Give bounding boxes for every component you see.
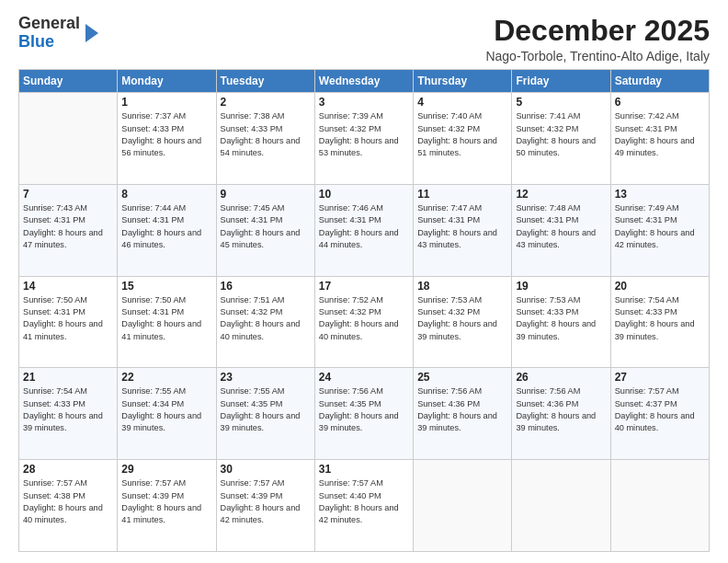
- day-number: 23: [221, 371, 311, 384]
- calendar-table: Sunday Monday Tuesday Wednesday Thursday…: [18, 69, 710, 552]
- day-number: 28: [23, 463, 113, 476]
- table-row: 13 Sunrise: 7:49 AMSunset: 4:31 PMDaylig…: [610, 184, 709, 276]
- col-saturday: Saturday: [610, 70, 709, 93]
- day-info: Sunrise: 7:57 AMSunset: 4:39 PMDaylight:…: [221, 477, 311, 526]
- table-row: 26 Sunrise: 7:56 AMSunset: 4:36 PMDaylig…: [512, 368, 610, 460]
- table-row: 24 Sunrise: 7:56 AMSunset: 4:35 PMDaylig…: [314, 368, 413, 460]
- day-info: Sunrise: 7:57 AMSunset: 4:40 PMDaylight:…: [319, 477, 409, 526]
- day-number: 2: [221, 96, 311, 109]
- table-row: 18 Sunrise: 7:53 AMSunset: 4:32 PMDaylig…: [414, 276, 512, 368]
- day-number: 3: [319, 96, 409, 109]
- col-wednesday: Wednesday: [314, 70, 413, 93]
- table-row: 22 Sunrise: 7:55 AMSunset: 4:34 PMDaylig…: [118, 368, 216, 460]
- col-monday: Monday: [118, 70, 216, 93]
- day-number: 22: [121, 371, 211, 384]
- title-block: December 2025 Nago-Torbole, Trentino-Alt…: [485, 15, 710, 63]
- table-row: 21 Sunrise: 7:54 AMSunset: 4:33 PMDaylig…: [19, 368, 118, 460]
- table-row: [512, 460, 610, 552]
- table-row: 29 Sunrise: 7:57 AMSunset: 4:39 PMDaylig…: [118, 460, 216, 552]
- logo: General Blue: [18, 15, 102, 52]
- day-info: Sunrise: 7:56 AMSunset: 4:35 PMDaylight:…: [319, 385, 409, 434]
- table-row: [610, 460, 709, 552]
- day-info: Sunrise: 7:41 AMSunset: 4:32 PMDaylight:…: [516, 110, 606, 159]
- table-row: 23 Sunrise: 7:55 AMSunset: 4:35 PMDaylig…: [216, 368, 314, 460]
- week-row-1: 1 Sunrise: 7:37 AMSunset: 4:33 PMDayligh…: [19, 93, 710, 185]
- location: Nago-Torbole, Trentino-Alto Adige, Italy: [485, 49, 710, 63]
- day-info: Sunrise: 7:37 AMSunset: 4:33 PMDaylight:…: [121, 110, 211, 159]
- day-info: Sunrise: 7:50 AMSunset: 4:31 PMDaylight:…: [23, 294, 113, 343]
- table-row: 6 Sunrise: 7:42 AMSunset: 4:31 PMDayligh…: [610, 93, 709, 185]
- day-number: 14: [23, 280, 113, 293]
- day-number: 15: [121, 280, 211, 293]
- month-title: December 2025: [485, 15, 710, 47]
- table-row: 27 Sunrise: 7:57 AMSunset: 4:37 PMDaylig…: [610, 368, 709, 460]
- col-sunday: Sunday: [19, 70, 118, 93]
- table-row: 5 Sunrise: 7:41 AMSunset: 4:32 PMDayligh…: [512, 93, 610, 185]
- table-row: 12 Sunrise: 7:48 AMSunset: 4:31 PMDaylig…: [512, 184, 610, 276]
- day-info: Sunrise: 7:57 AMSunset: 4:37 PMDaylight:…: [615, 385, 705, 434]
- table-row: 3 Sunrise: 7:39 AMSunset: 4:32 PMDayligh…: [314, 93, 413, 185]
- day-info: Sunrise: 7:42 AMSunset: 4:31 PMDaylight:…: [615, 110, 705, 159]
- day-info: Sunrise: 7:47 AMSunset: 4:31 PMDaylight:…: [417, 202, 507, 251]
- day-info: Sunrise: 7:49 AMSunset: 4:31 PMDaylight:…: [615, 202, 705, 251]
- day-number: 11: [417, 188, 507, 201]
- week-row-5: 28 Sunrise: 7:57 AMSunset: 4:38 PMDaylig…: [19, 460, 710, 552]
- day-info: Sunrise: 7:51 AMSunset: 4:32 PMDaylight:…: [221, 294, 311, 343]
- day-number: 31: [319, 463, 409, 476]
- table-row: 4 Sunrise: 7:40 AMSunset: 4:32 PMDayligh…: [414, 93, 512, 185]
- day-info: Sunrise: 7:45 AMSunset: 4:31 PMDaylight:…: [221, 202, 311, 251]
- week-row-3: 14 Sunrise: 7:50 AMSunset: 4:31 PMDaylig…: [19, 276, 710, 368]
- table-row: 17 Sunrise: 7:52 AMSunset: 4:32 PMDaylig…: [314, 276, 413, 368]
- day-info: Sunrise: 7:57 AMSunset: 4:38 PMDaylight:…: [23, 477, 113, 526]
- day-number: 13: [615, 188, 705, 201]
- day-number: 16: [221, 280, 311, 293]
- table-row: 2 Sunrise: 7:38 AMSunset: 4:33 PMDayligh…: [216, 93, 314, 185]
- day-info: Sunrise: 7:44 AMSunset: 4:31 PMDaylight:…: [121, 202, 211, 251]
- week-row-4: 21 Sunrise: 7:54 AMSunset: 4:33 PMDaylig…: [19, 368, 710, 460]
- table-row: 19 Sunrise: 7:53 AMSunset: 4:33 PMDaylig…: [512, 276, 610, 368]
- day-number: 26: [516, 371, 606, 384]
- day-number: 6: [615, 96, 705, 109]
- col-tuesday: Tuesday: [216, 70, 314, 93]
- table-row: 20 Sunrise: 7:54 AMSunset: 4:33 PMDaylig…: [610, 276, 709, 368]
- day-number: 10: [319, 188, 409, 201]
- day-info: Sunrise: 7:56 AMSunset: 4:36 PMDaylight:…: [516, 385, 606, 434]
- day-number: 5: [516, 96, 606, 109]
- day-number: 4: [417, 96, 507, 109]
- day-number: 18: [417, 280, 507, 293]
- header-row: Sunday Monday Tuesday Wednesday Thursday…: [19, 70, 710, 93]
- day-info: Sunrise: 7:43 AMSunset: 4:31 PMDaylight:…: [23, 202, 113, 251]
- table-row: 14 Sunrise: 7:50 AMSunset: 4:31 PMDaylig…: [19, 276, 118, 368]
- day-number: 27: [615, 371, 705, 384]
- logo-blue: Blue: [18, 32, 54, 51]
- day-info: Sunrise: 7:46 AMSunset: 4:31 PMDaylight:…: [319, 202, 409, 251]
- day-info: Sunrise: 7:55 AMSunset: 4:34 PMDaylight:…: [121, 385, 211, 434]
- day-number: 19: [516, 280, 606, 293]
- day-info: Sunrise: 7:57 AMSunset: 4:39 PMDaylight:…: [121, 477, 211, 526]
- col-friday: Friday: [512, 70, 610, 93]
- logo-general: General: [18, 14, 80, 32]
- table-row: 31 Sunrise: 7:57 AMSunset: 4:40 PMDaylig…: [314, 460, 413, 552]
- table-row: [414, 460, 512, 552]
- day-info: Sunrise: 7:55 AMSunset: 4:35 PMDaylight:…: [221, 385, 311, 434]
- day-info: Sunrise: 7:54 AMSunset: 4:33 PMDaylight:…: [23, 385, 113, 434]
- day-number: 7: [23, 188, 113, 201]
- table-row: [19, 93, 118, 185]
- day-number: 25: [417, 371, 507, 384]
- table-row: 11 Sunrise: 7:47 AMSunset: 4:31 PMDaylig…: [414, 184, 512, 276]
- day-number: 17: [319, 280, 409, 293]
- day-info: Sunrise: 7:52 AMSunset: 4:32 PMDaylight:…: [319, 294, 409, 343]
- day-info: Sunrise: 7:38 AMSunset: 4:33 PMDaylight:…: [221, 110, 311, 159]
- day-number: 20: [615, 280, 705, 293]
- day-info: Sunrise: 7:54 AMSunset: 4:33 PMDaylight:…: [615, 294, 705, 343]
- table-row: 8 Sunrise: 7:44 AMSunset: 4:31 PMDayligh…: [118, 184, 216, 276]
- day-number: 12: [516, 188, 606, 201]
- table-row: 25 Sunrise: 7:56 AMSunset: 4:36 PMDaylig…: [414, 368, 512, 460]
- table-row: 7 Sunrise: 7:43 AMSunset: 4:31 PMDayligh…: [19, 184, 118, 276]
- day-info: Sunrise: 7:53 AMSunset: 4:32 PMDaylight:…: [417, 294, 507, 343]
- table-row: 1 Sunrise: 7:37 AMSunset: 4:33 PMDayligh…: [118, 93, 216, 185]
- week-row-2: 7 Sunrise: 7:43 AMSunset: 4:31 PMDayligh…: [19, 184, 710, 276]
- day-number: 30: [221, 463, 311, 476]
- day-info: Sunrise: 7:39 AMSunset: 4:32 PMDaylight:…: [319, 110, 409, 159]
- day-info: Sunrise: 7:48 AMSunset: 4:31 PMDaylight:…: [516, 202, 606, 251]
